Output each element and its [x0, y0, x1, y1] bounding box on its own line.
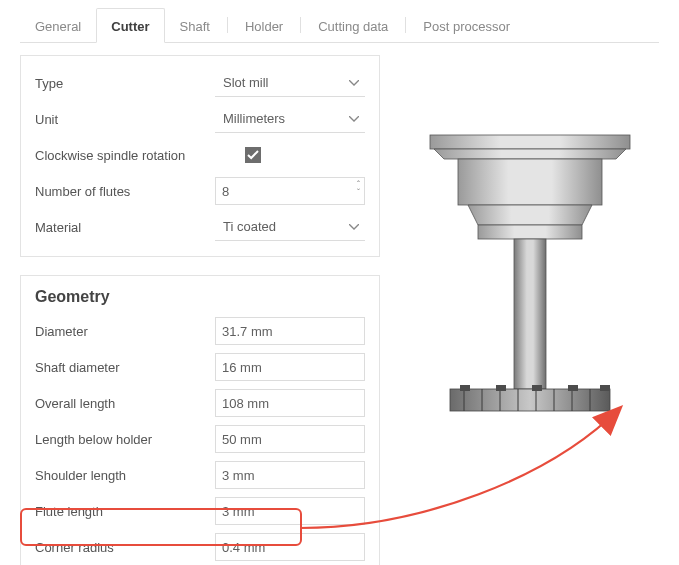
corner-field[interactable]: 0.4 mm — [215, 533, 365, 561]
svg-rect-0 — [430, 135, 630, 149]
tool-preview — [380, 55, 659, 475]
tab-holder[interactable]: Holder — [230, 8, 298, 43]
svg-rect-16 — [496, 385, 506, 391]
diameter-label: Diameter — [35, 324, 215, 339]
shaftdia-value: 16 mm — [222, 360, 262, 375]
corner-value: 0.4 mm — [222, 540, 265, 555]
svg-rect-15 — [460, 385, 470, 391]
below-label: Length below holder — [35, 432, 215, 447]
stepper-down-icon[interactable]: ˇ — [357, 188, 360, 196]
geometry-heading: Geometry — [35, 288, 365, 306]
shoulder-label: Shoulder length — [35, 468, 215, 483]
overall-value: 108 mm — [222, 396, 269, 411]
basic-panel: Type Slot mill Unit Mill — [20, 55, 380, 257]
svg-marker-3 — [468, 205, 592, 225]
svg-rect-5 — [514, 239, 546, 389]
svg-rect-18 — [568, 385, 578, 391]
corner-label: Corner radius — [35, 540, 215, 555]
tab-shaft[interactable]: Shaft — [165, 8, 225, 43]
overall-label: Overall length — [35, 396, 215, 411]
cw-label: Clockwise spindle rotation — [35, 148, 245, 163]
flutes-stepper[interactable]: 8 ˆ ˇ — [215, 177, 365, 205]
material-value: Ti coated — [223, 219, 276, 234]
chevron-down-icon — [349, 224, 359, 230]
material-label: Material — [35, 220, 215, 235]
below-field[interactable]: 50 mm — [215, 425, 365, 453]
flutelen-field[interactable]: 3 mm — [215, 497, 365, 525]
type-select[interactable]: Slot mill — [215, 70, 365, 97]
shoulder-field[interactable]: 3 mm — [215, 461, 365, 489]
svg-marker-1 — [434, 149, 626, 159]
diameter-value: 31.7 mm — [222, 324, 273, 339]
chevron-down-icon — [349, 116, 359, 122]
flutelen-value: 3 mm — [222, 504, 255, 519]
flutelen-label: Flute length — [35, 504, 215, 519]
flutes-value: 8 — [222, 184, 229, 199]
tab-bar: General Cutter Shaft Holder Cutting data… — [20, 8, 659, 43]
unit-value: Millimeters — [223, 111, 285, 126]
unit-label: Unit — [35, 112, 215, 127]
material-select[interactable]: Ti coated — [215, 214, 365, 241]
svg-rect-4 — [478, 225, 582, 239]
svg-rect-19 — [600, 385, 610, 391]
tab-cutter[interactable]: Cutter — [96, 8, 164, 43]
cw-checkbox[interactable] — [245, 147, 261, 163]
svg-rect-6 — [450, 389, 610, 411]
flutes-label: Number of flutes — [35, 184, 215, 199]
tab-separator — [227, 17, 228, 33]
type-value: Slot mill — [223, 75, 269, 90]
shoulder-value: 3 mm — [222, 468, 255, 483]
type-label: Type — [35, 76, 215, 91]
chevron-down-icon — [349, 80, 359, 86]
svg-rect-17 — [532, 385, 542, 391]
tab-separator — [405, 17, 406, 33]
tab-post-processor[interactable]: Post processor — [408, 8, 525, 43]
tab-general[interactable]: General — [20, 8, 96, 43]
geometry-panel: Geometry Diameter 31.7 mm Shaft diameter… — [20, 275, 380, 565]
unit-select[interactable]: Millimeters — [215, 106, 365, 133]
tool-cutter-edge — [450, 385, 610, 411]
diameter-field[interactable]: 31.7 mm — [215, 317, 365, 345]
tab-separator — [300, 17, 301, 33]
shaftdia-label: Shaft diameter — [35, 360, 215, 375]
below-value: 50 mm — [222, 432, 262, 447]
overall-field[interactable]: 108 mm — [215, 389, 365, 417]
shaftdia-field[interactable]: 16 mm — [215, 353, 365, 381]
svg-rect-2 — [458, 159, 602, 205]
tab-cutting-data[interactable]: Cutting data — [303, 8, 403, 43]
